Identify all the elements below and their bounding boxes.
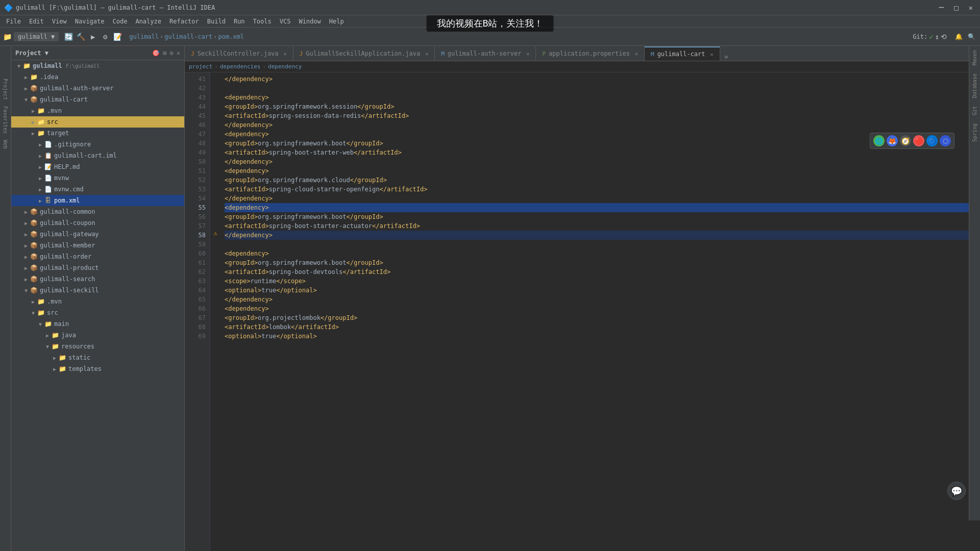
maven-tab[interactable]: Maven xyxy=(971,46,978,69)
code-line[interactable]: <groupId>org.springframework.boot</group… xyxy=(225,212,980,221)
edge-icon[interactable]: 🔵 xyxy=(926,135,938,146)
bc-dependency[interactable]: dependency xyxy=(268,63,302,70)
code-line[interactable]: </dependency> xyxy=(225,74,980,84)
tree-item[interactable]: ▶📁java xyxy=(11,330,184,341)
code-line[interactable]: </dependency> xyxy=(225,231,980,240)
notifications-icon[interactable]: 🔔 xyxy=(953,31,964,42)
code-line[interactable]: <dependency> xyxy=(225,166,980,176)
tree-item[interactable]: ▼📁resources xyxy=(11,341,184,352)
code-line[interactable]: </dependency> xyxy=(225,120,980,130)
toolbar-project-label[interactable]: gulimall ▼ xyxy=(14,32,59,41)
code-line[interactable]: <artifactId>lombok</artifactId> xyxy=(225,322,980,332)
spring-tab[interactable]: Spring xyxy=(971,119,978,146)
code-line[interactable]: <groupId>org.springframework.cloud</grou… xyxy=(225,176,980,185)
close-btn[interactable]: ✕ xyxy=(966,4,976,12)
editor-tab[interactable]: Mgulimall-cart✕ xyxy=(645,46,720,61)
tree-item[interactable]: ▶📦gulimall-search xyxy=(11,273,184,285)
tree-item[interactable]: ▼📁src xyxy=(11,307,184,318)
opera-icon[interactable]: ⬡ xyxy=(940,135,951,146)
tree-item[interactable]: ▶📁templates xyxy=(11,363,184,374)
menu-item-analyze[interactable]: Analyze xyxy=(131,17,165,26)
code-line[interactable]: <dependency> xyxy=(225,130,980,139)
sync-icon[interactable]: 🔄 xyxy=(63,31,74,42)
tabs-overflow-btn[interactable]: » xyxy=(720,53,732,61)
code-line[interactable]: <artifactId>spring-session-data-redis</a… xyxy=(225,111,980,120)
bc-cart[interactable]: gulimall-cart xyxy=(164,33,212,40)
project-panel-tab[interactable]: Project xyxy=(2,77,9,102)
tree-item[interactable]: ▶📦gulimall-product xyxy=(11,262,184,273)
vcs-icon[interactable]: 📝 xyxy=(112,31,123,42)
tree-item[interactable]: ▶📁src xyxy=(11,116,184,128)
tree-item[interactable]: ▼📁main xyxy=(11,318,184,330)
menu-item-help[interactable]: Help xyxy=(325,17,348,26)
menu-item-run[interactable]: Run xyxy=(230,17,249,26)
code-line[interactable]: <groupId>org.springframework.boot</group… xyxy=(225,258,980,267)
tree-item[interactable]: ▶📄mvnw.cmd xyxy=(11,184,184,195)
debug-icon[interactable]: ▶ xyxy=(87,31,99,42)
close-panel-icon[interactable]: ✕ xyxy=(177,49,180,57)
locate-icon[interactable]: 🎯 xyxy=(152,49,160,57)
firefox-icon[interactable]: 🦊 xyxy=(887,135,898,146)
expand-icon[interactable]: ⊞ xyxy=(163,49,166,57)
project-dropdown[interactable]: Project ▼ xyxy=(15,49,149,57)
tree-item[interactable]: ▶📁target xyxy=(11,128,184,139)
tree-item[interactable]: ▶📄.gitignore xyxy=(11,139,184,150)
build-icon[interactable]: 🔨 xyxy=(75,31,86,42)
tab-close-btn[interactable]: ✕ xyxy=(526,51,529,57)
git-sync-icon[interactable]: ↕ xyxy=(935,33,939,41)
menu-item-navigate[interactable]: Navigate xyxy=(71,17,109,26)
tree-item[interactable]: ▶📦gulimall-common xyxy=(11,206,184,217)
code-line[interactable]: <scope>runtime</scope> xyxy=(225,277,980,286)
git-check-icon[interactable]: ✓ xyxy=(929,33,933,41)
minimize-btn[interactable]: ─ xyxy=(936,3,947,12)
tree-item[interactable]: ▶📁.mvn xyxy=(11,105,184,116)
menu-item-refactor[interactable]: Refactor xyxy=(165,17,203,26)
menu-item-vcs[interactable]: VCS xyxy=(276,17,295,26)
tree-item[interactable]: ▶📦gulimall-coupon xyxy=(11,217,184,229)
tree-item[interactable]: ▶📝HELP.md xyxy=(11,161,184,172)
code-line[interactable]: <dependency> xyxy=(225,249,980,258)
code-line[interactable]: <artifactId>spring-cloud-starter-openfei… xyxy=(225,185,980,194)
tree-item[interactable]: ▶📦gulimall-gateway xyxy=(11,229,184,240)
tab-close-btn[interactable]: ✕ xyxy=(710,52,714,57)
tree-item[interactable]: ▶📁.idea xyxy=(11,71,184,83)
chat-button[interactable]: 💬 xyxy=(947,482,966,500)
code-line[interactable] xyxy=(225,84,980,93)
menu-item-tools[interactable]: Tools xyxy=(249,17,276,26)
gear-icon[interactable]: ⚙ xyxy=(170,49,174,57)
menu-item-window[interactable]: Window xyxy=(295,17,325,26)
tree-item[interactable]: ▶📦gulimall-auth-server xyxy=(11,83,184,94)
editor-tab[interactable]: Papplication.properties✕ xyxy=(536,46,645,61)
menu-item-code[interactable]: Code xyxy=(109,17,132,26)
code-line[interactable]: <optional>true</optional> xyxy=(225,286,980,295)
safari-icon[interactable]: 🧭 xyxy=(900,135,911,146)
git-history-icon[interactable]: ⟲ xyxy=(941,33,947,41)
database-tab[interactable]: Database xyxy=(971,69,978,102)
code-line[interactable]: <artifactId>spring-boot-starter-web</art… xyxy=(225,148,980,157)
git-right-tab[interactable]: Git xyxy=(971,102,978,119)
tree-root[interactable]: ▼📁gulimall F:\gulimall xyxy=(11,60,184,71)
code-line[interactable]: <artifactId>spring-boot-devtools</artifa… xyxy=(225,267,980,277)
tree-item[interactable]: ▼📦gulimall-seckill xyxy=(11,285,184,296)
bc-pom[interactable]: pom.xml xyxy=(218,33,244,40)
bc-dependencies[interactable]: dependencies xyxy=(220,63,260,70)
ie-icon[interactable]: 🔴 xyxy=(913,135,924,146)
tab-close-btn[interactable]: ✕ xyxy=(425,51,428,57)
tree-item[interactable]: ▶📄mvnw xyxy=(11,172,184,184)
code-line[interactable]: <groupId>org.projectlombok</groupId> xyxy=(225,313,980,322)
editor-tab[interactable]: Mgulimall-auth-server✕ xyxy=(435,46,536,61)
code-line[interactable]: <dependency> xyxy=(225,203,980,212)
code-line[interactable]: <dependency> xyxy=(225,304,980,313)
bc-project[interactable]: project xyxy=(189,63,212,70)
code-line[interactable]: <groupId>org.springframework.boot</group… xyxy=(225,139,980,148)
tree-item[interactable]: ▼📦gulimall-cart xyxy=(11,94,184,105)
editor-tab[interactable]: JGulimallSeckillApplication.java✕ xyxy=(293,46,435,61)
code-content[interactable]: </dependency> <dependency> <groupId>org.… xyxy=(220,72,980,551)
code-line[interactable]: <dependency> xyxy=(225,93,980,102)
settings-icon[interactable]: ⚙ xyxy=(100,31,111,42)
tree-item[interactable]: ▶📦gulimall-member xyxy=(11,240,184,251)
code-line[interactable]: </dependency> xyxy=(225,157,980,166)
tree-item[interactable]: ▶📋gulimall-cart.iml xyxy=(11,150,184,161)
code-line[interactable]: <optional>true</optional> xyxy=(225,332,980,341)
tab-close-btn[interactable]: ✕ xyxy=(635,51,638,57)
